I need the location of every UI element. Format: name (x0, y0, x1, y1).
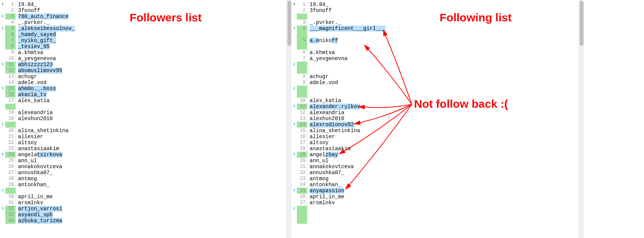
code-line[interactable]: alina_shetinkina (18, 128, 68, 134)
code-line[interactable]: _nyiko_gift_ (18, 38, 56, 44)
diff-gap (297, 68, 307, 74)
code-line[interactable]: _alekseibessolnov_ (18, 26, 75, 32)
line-number: 5 (5, 26, 16, 32)
line-number: 19 (297, 152, 307, 158)
code-line[interactable]: _hamdy_sayed (18, 32, 56, 38)
line-number: 4 (5, 20, 16, 26)
line-number: 7 (297, 56, 307, 62)
line-number: 2 (5, 8, 16, 14)
code-line[interactable]: 19.84_ (18, 2, 37, 8)
diff-gap (5, 104, 16, 110)
code-line[interactable]: alina_shetinkina (310, 128, 360, 134)
scrollbar-thumb[interactable] (287, 1, 291, 46)
code-line[interactable]: _.pvrker._ (310, 20, 341, 26)
code-line[interactable]: a_yevgenevna (18, 56, 56, 62)
line-number: 27 (5, 170, 16, 176)
code-line[interactable]: akacia_tv (18, 92, 47, 98)
code-line[interactable]: ann_ul (310, 158, 328, 164)
line-number: 19 (5, 116, 16, 122)
code-line[interactable]: 19.84_ (310, 2, 328, 8)
diff-gap (297, 86, 307, 92)
code-line[interactable]: ahm0o._.boss (18, 86, 56, 92)
code-line[interactable]: alex_katia (18, 98, 50, 104)
diff-gap (297, 92, 307, 98)
diff-arrow-icon: ⬇ (0, 2, 5, 8)
code-line[interactable]: _.pvrker._ (18, 20, 50, 26)
code-line[interactable]: 780_auto_finance (18, 14, 68, 20)
code-line[interactable]: _tesiev_95 (18, 44, 50, 50)
code-line[interactable]: altsoy (310, 140, 328, 146)
line-number: 18 (297, 146, 307, 152)
code-line[interactable]: antonkhan_ (310, 182, 341, 188)
code-line[interactable]: abhizzzz123 (18, 62, 53, 68)
code-line[interactable]: a.khmtva (310, 50, 335, 56)
code-line[interactable]: azbuka_turizma (18, 218, 62, 224)
line-number: 20 (297, 158, 307, 164)
scrollbar[interactable] (286, 0, 292, 238)
code-line[interactable]: alex_katia (310, 98, 341, 104)
code-line[interactable]: annushka07_ (310, 170, 344, 176)
scrollbar[interactable] (579, 0, 584, 238)
code-line[interactable]: alexeandria (18, 110, 53, 116)
code-line[interactable]: achugr (18, 74, 37, 80)
code-line[interactable]: ann_ul (18, 158, 37, 164)
line-number: 15 (5, 86, 16, 92)
diff-arrow-icon: ⬇ (0, 14, 5, 20)
line-number: 26 (297, 194, 307, 200)
code-line[interactable]: allesier (310, 134, 335, 140)
code-line[interactable]: anyapassion (310, 188, 344, 194)
code-line[interactable]: antmog (18, 176, 37, 182)
line-number: 6 (5, 32, 16, 38)
code-line[interactable]: april_in_me (310, 194, 344, 200)
code-line[interactable]: angelzbay (310, 152, 338, 158)
code-line[interactable]: annakokovtceva (18, 164, 62, 170)
line-number: 8 (297, 74, 307, 80)
code-line[interactable]: achugr (310, 74, 328, 80)
code-line[interactable]: arsmlnkv (18, 200, 43, 206)
code-line[interactable]: a.enikoff (310, 38, 338, 44)
code-line[interactable]: antmog (310, 176, 328, 182)
line-number: 11 (5, 62, 16, 68)
code-line[interactable]: abumuslimovv95 (18, 68, 62, 74)
code-line[interactable]: 3fonoff (310, 8, 332, 14)
code-line[interactable]: altsoy (18, 140, 37, 146)
line-number: 27 (297, 200, 307, 206)
code-line[interactable]: 3fonoff (18, 8, 40, 14)
line-number: 24 (297, 182, 307, 188)
code-line[interactable]: angelatsirkova (18, 152, 62, 158)
code-line[interactable]: anastasiaakim (18, 146, 59, 152)
code-line[interactable]: adele.vod (310, 80, 338, 86)
diff-gap (297, 32, 307, 38)
line-number: 26 (5, 164, 16, 170)
code-line[interactable]: alexhun2010 (18, 116, 53, 122)
diff-gap (5, 188, 16, 194)
code-line[interactable]: artjon_varrosi (18, 206, 62, 212)
diff-gap (297, 218, 307, 224)
code-line[interactable]: adele.vod (18, 80, 47, 86)
code-line[interactable]: antonkhan_ (18, 182, 50, 188)
code-line[interactable]: alexander.rylkov (310, 104, 360, 110)
line-number: 7 (5, 38, 16, 44)
scrollbar-thumb[interactable] (580, 1, 584, 46)
line-number: 2 (297, 8, 307, 14)
line-number: 17 (5, 98, 16, 104)
code-line[interactable]: alexeandria (310, 110, 344, 116)
code-line[interactable]: allesier (18, 134, 43, 140)
code-line[interactable]: arsmlnkv (310, 200, 335, 206)
code-line[interactable]: annushka07_ (18, 170, 53, 176)
line-number: 15 (297, 128, 307, 134)
code-line[interactable]: asyandi_spb (18, 212, 53, 218)
code-line[interactable]: a_yevgenevna (310, 56, 348, 62)
code-line[interactable]: alexrodionov92 (310, 122, 354, 128)
line-number: 22 (5, 140, 16, 146)
code-line[interactable]: a.khmtva (18, 50, 43, 56)
diff-arrow-icon: ⬇ (292, 122, 297, 128)
code-line[interactable]: ___magnificent___girl___ (310, 26, 385, 32)
line-number: 23 (297, 176, 307, 182)
code-line[interactable]: annakokovtceva (310, 164, 354, 170)
followers-pane: ⬇119.84_23fonoff⬇3780_auto_finance4_.pvr… (0, 0, 292, 238)
line-number: 28 (5, 176, 16, 182)
code-line[interactable]: alexhun2010 (310, 116, 344, 122)
code-line[interactable]: anastasiaakim (310, 146, 351, 152)
code-line[interactable]: april_in_me (18, 194, 53, 200)
